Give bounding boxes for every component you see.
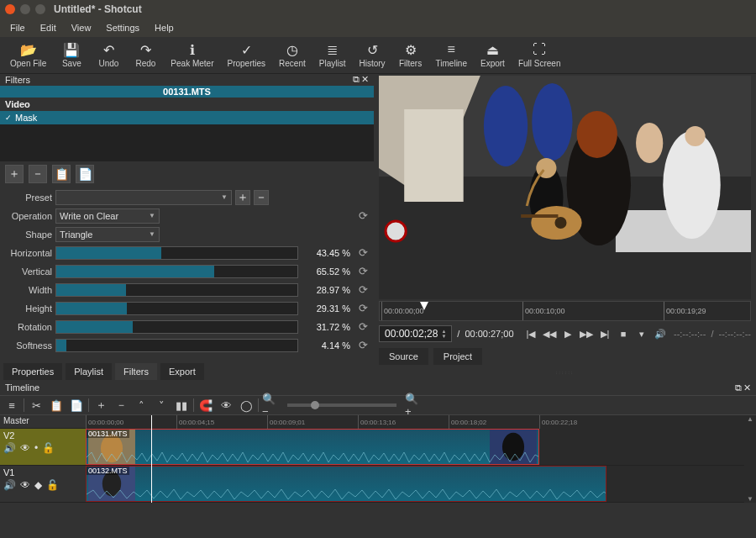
check-icon[interactable]: ✓ [5, 113, 12, 122]
paste-filter-button[interactable]: 📄 [76, 165, 94, 183]
timeline-menu-button[interactable]: ≡ [3, 397, 20, 414]
track-v1[interactable]: 00132.MTS [86, 466, 756, 503]
timeline-playhead[interactable] [151, 415, 152, 503]
close-panel-icon[interactable]: ✕ [361, 74, 369, 85]
reset-icon[interactable]: ⟳ [355, 245, 370, 261]
close-panel-icon[interactable]: ✕ [743, 382, 751, 393]
mute-icon[interactable]: 🔊 [3, 442, 16, 454]
overwrite-button[interactable]: ˅ [153, 397, 170, 414]
stop-button[interactable]: ■ [615, 325, 632, 342]
operation-combo[interactable]: Write on Clear▼ [55, 208, 160, 224]
timeline-vscroll[interactable]: ▲▼ [744, 415, 756, 503]
filter-list[interactable]: ✓ Mask [0, 111, 374, 161]
timeline-button[interactable]: ≡Timeline [429, 40, 474, 70]
preset-remove-button[interactable]: － [254, 190, 269, 205]
remove-button[interactable]: － [113, 397, 129, 414]
preset-add-button[interactable]: ＋ [235, 190, 250, 205]
skip-start-button[interactable]: |◀ [522, 325, 539, 342]
reset-icon[interactable]: ⟳ [355, 282, 370, 298]
tab-playlist[interactable]: Playlist [66, 363, 112, 380]
save-button[interactable]: 💾Save [53, 40, 90, 70]
tab-export[interactable]: Export [160, 363, 204, 380]
current-timecode[interactable]: 00:00:02;28 ▲▼ [379, 325, 452, 342]
reset-icon[interactable]: ⟳ [355, 338, 370, 353]
snap-button[interactable]: 🧲 [197, 397, 214, 414]
shape-combo[interactable]: Triangle▼ [55, 227, 160, 242]
zoom-out-button[interactable]: 🔍− [262, 397, 279, 414]
menu-file[interactable]: File [3, 21, 32, 34]
cut-button[interactable]: ✂ [28, 397, 45, 414]
undock-icon[interactable]: ⧉ [353, 74, 360, 85]
redo-button[interactable]: ↷Redo [127, 40, 164, 70]
reset-icon[interactable]: ⟳ [355, 264, 370, 279]
vertical-slider[interactable] [55, 265, 298, 278]
width-slider[interactable] [55, 283, 298, 297]
timecode-spinner[interactable]: ▲▼ [441, 329, 446, 339]
menu-settings[interactable]: Settings [99, 21, 146, 34]
rewind-button[interactable]: ◀◀ [541, 325, 558, 342]
append-button[interactable]: ＋ [92, 397, 109, 414]
paste-button[interactable]: 📄 [68, 397, 85, 414]
lock-icon[interactable]: 🔓 [46, 479, 59, 491]
playlist-button[interactable]: ≣Playlist [312, 40, 353, 70]
filters-button[interactable]: ⚙Filters [392, 40, 429, 70]
rotation-slider[interactable] [55, 320, 298, 334]
clip-00131[interactable]: 00131.MTS [86, 429, 539, 465]
tab-properties[interactable]: Properties [3, 363, 62, 380]
filter-item-mask[interactable]: ✓ Mask [0, 111, 374, 124]
properties-button[interactable]: ✓Properties [221, 40, 273, 70]
preview-ruler[interactable]: 00:00:00;00 00:00:10;00 00:00:19;29 [379, 301, 751, 321]
zoom-in-button[interactable]: 🔍+ [405, 397, 422, 414]
compose-icon[interactable]: • [34, 442, 38, 454]
lift-button[interactable]: ˄ [133, 397, 150, 414]
mute-icon[interactable]: 🔊 [3, 479, 16, 491]
lock-icon[interactable]: 🔓 [42, 442, 55, 454]
track-v2[interactable]: 00131.MTS [86, 429, 756, 466]
skip-end-button[interactable]: ▶| [596, 325, 613, 342]
track-header-v2[interactable]: V2 🔊 👁 • 🔓 [0, 429, 86, 466]
scrub-button[interactable]: 👁 [218, 397, 234, 414]
export-button[interactable]: ⏏Export [474, 40, 512, 70]
clip-00132[interactable]: 00132.MTS [86, 466, 606, 502]
add-filter-button[interactable]: ＋ [5, 165, 24, 183]
horizontal-slider[interactable] [55, 246, 298, 260]
timeline-tracks-area[interactable]: 00:00:00;00 00:00:04;15 00:00:09;01 00:0… [86, 415, 756, 503]
play-button[interactable]: ▶ [559, 325, 576, 342]
forward-button[interactable]: ▶▶ [578, 325, 595, 342]
master-track-header[interactable]: Master [0, 415, 86, 429]
open-file-button[interactable]: 📂Open File [3, 40, 53, 70]
panel-grip[interactable]: :::::: [379, 370, 751, 375]
menu-edit[interactable]: Edit [34, 21, 63, 34]
reset-icon[interactable]: ⟳ [355, 301, 370, 316]
compose-icon[interactable]: ◆ [34, 479, 42, 491]
window-close-button[interactable] [5, 4, 15, 14]
tab-source[interactable]: Source [379, 348, 428, 365]
recent-button[interactable]: ◷Recent [272, 40, 312, 70]
window-maximize-button[interactable] [35, 4, 45, 14]
reset-icon[interactable]: ⟳ [355, 319, 370, 335]
remove-filter-button[interactable]: － [29, 165, 47, 183]
loop-button[interactable]: ▾ [633, 325, 650, 342]
menu-view[interactable]: View [65, 21, 98, 34]
copy-filter-button[interactable]: 📋 [52, 165, 71, 183]
zoom-handle[interactable] [311, 401, 319, 409]
fullscreen-button[interactable]: ⛶Full Screen [512, 40, 568, 70]
menu-help[interactable]: Help [148, 21, 181, 34]
history-button[interactable]: ↺History [352, 40, 391, 70]
hide-icon[interactable]: 👁 [20, 479, 30, 491]
height-slider[interactable] [55, 302, 298, 315]
tab-project[interactable]: Project [433, 348, 482, 365]
hide-icon[interactable]: 👁 [20, 442, 30, 454]
zoom-slider[interactable] [287, 404, 396, 407]
ripple-button[interactable]: ◯ [238, 397, 255, 414]
volume-button[interactable]: 🔊 [652, 325, 669, 342]
undo-button[interactable]: ↶Undo [90, 40, 127, 70]
window-minimize-button[interactable] [20, 4, 30, 14]
undock-icon[interactable]: ⧉ [735, 382, 742, 393]
tab-filters[interactable]: Filters [115, 363, 157, 380]
video-preview[interactable] [379, 76, 751, 299]
peak-meter-button[interactable]: ℹPeak Meter [164, 40, 220, 70]
timeline-ruler[interactable]: 00:00:00;00 00:00:04;15 00:00:09;01 00:0… [86, 415, 756, 429]
reset-icon[interactable]: ⟳ [355, 208, 370, 224]
track-header-v1[interactable]: V1 🔊 👁 ◆ 🔓 [0, 466, 86, 503]
